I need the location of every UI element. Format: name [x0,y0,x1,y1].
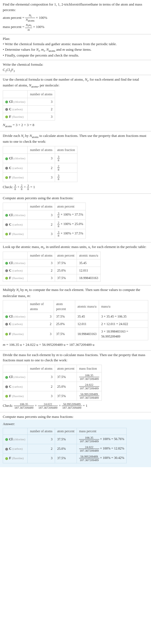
c1: number of atoms [28,365,55,372]
pct: 37.5% [55,259,77,267]
el-sym: C [9,322,12,326]
atomfrac-heading: Divide each Ni by Natoms to calculate at… [3,133,148,144]
el-name: (chlorine) [13,438,25,441]
table-row: C (carbon)2 [3,106,55,113]
n: 2 [28,267,55,274]
lh-a: Look up the atomic mass, [3,245,41,249]
n: 2 [28,382,55,391]
pct: 25.0% [55,267,77,274]
element-dot-icon [5,233,8,236]
n: 2 [28,220,55,229]
chemical-formula: C2Cl3F3 [3,67,148,73]
n: 3 [28,391,55,401]
pct: 37.5% [55,391,77,401]
lookup-table: number of atomsatom percentatomic mass/u… [3,252,101,282]
el-sym: Cl [9,213,12,217]
table-row: Cl (chlorine)337.5%106.35187.367209489 ×… [3,435,127,444]
table-row: F (fluorine)337.5%56.995209489187.367209… [3,454,127,463]
fraction: 38 [57,155,60,162]
plan-heading: Plan: [3,36,148,42]
t100: × 100% = [60,213,75,216]
el-name: (chlorine) [13,261,25,265]
fraction: 38 [57,174,60,181]
el-name: (chlorine) [13,315,25,318]
plan-b2b: using these items. [65,47,92,52]
table-row: C (carbon)225.0%12.0112 × 12.011 = 24.02… [3,320,148,328]
element-dot-icon [5,223,8,226]
plan-bullet-3: • Finally, compute the percents and chec… [3,53,148,58]
mh-a: Multiply [3,288,16,292]
table-header-row: number of atomsatom percentatomic mass/u… [3,300,148,313]
af-ha: Divide each [3,134,21,138]
check-eq: = 1 [30,185,35,189]
check-eq: = 1 [83,403,87,408]
el-sym: Cl [9,100,12,104]
n: N [3,123,5,127]
mass-percent-fraction: Nimi m [25,23,32,31]
c2: atom percent [55,365,77,372]
pct: 37.5% [55,274,77,282]
massfrac-section: Divide the mass for each element by m to… [0,351,151,413]
atomfrac-table: number of atomsatom fraction Cl (chlorin… [3,146,77,182]
element-dot-icon [5,395,8,398]
el-name: (chlorine) [13,100,25,103]
el-name: (fluorine) [12,176,24,179]
el-name: (carbon) [12,166,23,170]
atompct-heading: Compute atom percents using the atom fra… [3,195,148,201]
n: 3 [28,173,55,182]
el-sym: F [9,232,11,236]
el-count: 3 [28,113,55,121]
count-table: number of atoms Cl (chlorine)3 C (carbon… [3,90,55,121]
el-sym: F [9,115,11,119]
table-row: F (fluorine)3 [3,113,55,121]
t100: × 100% = [99,456,114,460]
element-dot-icon [5,176,8,179]
element-dot-icon [5,269,8,272]
el-name: (carbon) [12,269,23,272]
table-row: C (carbon)228 [3,163,77,172]
el-sym: F [9,276,11,280]
table-row: F (fluorine)338 [3,173,77,182]
massfrac-table: number of atomsatom percentmass fraction… [3,365,102,401]
lh-b: , in unified atomic mass units, u, for e… [44,245,146,249]
el-sym: C [9,447,12,451]
pct: 37.5% [75,232,83,236]
el-sym: C [9,107,12,111]
el-name: (carbon) [12,385,23,388]
plan-bullet-2: • Determine values for Ni, mi, Natoms an… [3,47,148,53]
c2: atom percent [54,300,75,313]
c3: atomic mass/u [77,252,101,259]
el-name: (fluorine) [12,456,24,460]
fraction: 106.35187.367209489 [79,374,99,380]
element-dot-icon [5,315,8,318]
n: 3 [28,313,54,320]
total-eq: = 3 + 2 + 3 = 8 [12,123,34,127]
table-header-row: number of atomsatom percentatomic mass/u [3,252,101,259]
and: and [55,47,62,52]
res: 56.76% [114,437,124,441]
mass-percent-lhs: mass percent = [3,25,24,29]
element-dot-icon [5,323,8,326]
element-dot-icon [5,157,8,160]
c1: number of atoms [28,300,54,313]
pct: 37.5% [75,213,83,216]
el-sym: Cl [9,375,12,379]
pct: 25.0% [54,320,75,328]
pct: 37.5% [55,454,77,463]
el-name: (chlorine) [13,157,25,160]
multiply-section: Multiply Ni by mi to compute the mass fo… [0,285,151,351]
c1: number of atoms [28,428,55,435]
n: 3 [28,274,55,282]
masspct-heading: Compute mass percents using the mass fra… [3,414,148,420]
t100: × 100% = [60,222,75,226]
table-row: F (fluorine)338 × 100% = 37.5% [3,229,86,239]
element-dot-icon [5,448,8,451]
element-dot-icon [5,262,8,265]
c1: number of atoms [28,252,55,259]
el-name: (chlorine) [13,375,25,379]
table-row: F (fluorine)337.5%18.9984031633 × 18.998… [3,328,148,340]
massfrac-check: Check: 106.35187.367209489 + 24.022187.3… [3,402,148,409]
table-header-row: number of atomsatom percentmass percent [3,428,127,435]
atomfrac-section: Divide each Ni by Natoms to calculate at… [0,131,151,194]
n: 3 [28,372,55,382]
